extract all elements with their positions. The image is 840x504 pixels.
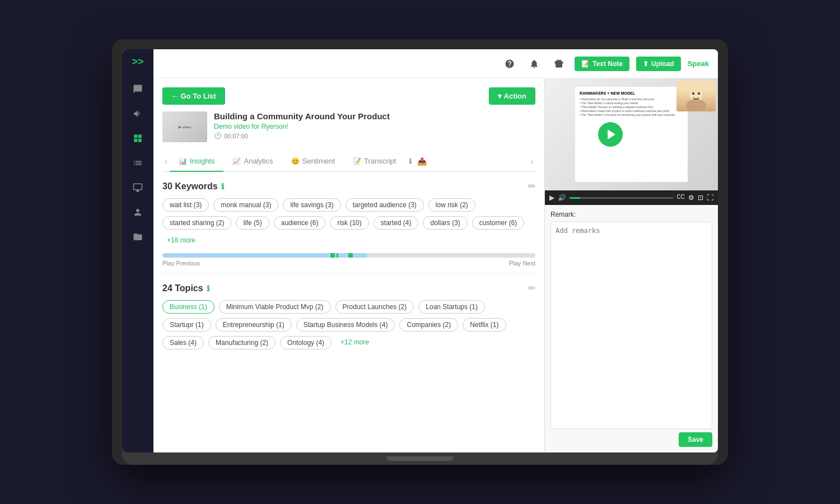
keyword-tag-started[interactable]: started (4) [374, 216, 419, 230]
video-play-button[interactable] [598, 122, 623, 147]
top-header: 📝 Text Note ⬆ Upload Speak [153, 49, 718, 78]
keyword-tag-lowrisk[interactable]: low risk (2) [428, 198, 475, 212]
keyword-tag-waitlist[interactable]: wait list (3) [162, 198, 209, 212]
sidebar-item-folder[interactable] [128, 227, 148, 247]
keywords-edit-icon[interactable]: ✏ [528, 181, 535, 192]
go-to-list-button[interactable]: ← Go To List [162, 87, 225, 105]
save-button[interactable]: Save [679, 432, 712, 447]
timeline-nav: Play Previous Play Next [162, 260, 535, 267]
video-player: RAINMAKERS = NEW MODEL • Rainmakers do n… [545, 78, 718, 190]
sidebar-item-chat[interactable] [128, 79, 148, 99]
video-progress-bar[interactable] [570, 197, 674, 199]
svg-point-3 [698, 92, 700, 95]
svg-point-2 [692, 92, 694, 95]
keyword-tag-audience[interactable]: audience (6) [274, 216, 326, 230]
video-thumbnail: RAINMAKERS = NEW MODEL • Rainmakers do n… [545, 78, 718, 190]
topic-tag-ontology[interactable]: Ontology (4) [280, 336, 332, 349]
bell-icon[interactable] [525, 55, 543, 73]
tab-sentiment[interactable]: 😊 Sentiment [282, 151, 344, 172]
text-note-button[interactable]: 📝 Text Note [575, 57, 629, 71]
tab-next-button[interactable]: › [528, 152, 535, 170]
topic-tag-companies[interactable]: Companies (2) [399, 318, 458, 332]
video-controls: ▶ 🔊 CC ⚙ ⊡ ⛶ [545, 190, 718, 205]
section-divider [162, 273, 535, 274]
topic-tag-business[interactable]: Business (1) [162, 300, 214, 314]
sidebar-item-user[interactable] [128, 202, 148, 222]
keywords-info-icon[interactable]: ℹ [221, 182, 224, 191]
video-title: Building a Community Around Your Product [214, 111, 390, 121]
keyword-tag-monkmanual[interactable]: monk manual (3) [213, 198, 278, 212]
svg-point-1 [686, 99, 706, 111]
presenter-thumbnail [676, 81, 716, 111]
topics-more-link[interactable]: +12 more [336, 336, 374, 349]
topic-tag-netflix[interactable]: Netflix (1) [463, 318, 506, 332]
sidebar-item-grid[interactable] [128, 128, 148, 148]
volume-control-button[interactable]: 🔊 [558, 194, 566, 202]
topics-info-icon[interactable]: ℹ [207, 284, 209, 293]
topics-section-header: 24 Topics ℹ ✏ [162, 283, 535, 293]
keywords-section-header: 30 Keywords ℹ ✏ [162, 181, 535, 192]
tab-transcript[interactable]: 📝 Transcript [344, 151, 405, 172]
video-subtitle: Demo video for Ryerson! [214, 123, 390, 130]
main-content: 📝 Text Note ⬆ Upload Speak ← [153, 49, 718, 452]
timeline-bar[interactable] [162, 253, 535, 258]
pip-button[interactable]: ⊡ [698, 194, 703, 202]
sidebar-item-list[interactable] [128, 153, 148, 173]
timeline-marker-1 [330, 253, 335, 258]
topic-tag-startupr[interactable]: Startupr (1) [162, 318, 211, 332]
slide-text-5: • The "New Model" is focused on connecti… [580, 113, 683, 117]
action-button[interactable]: ▾ Action [489, 87, 535, 105]
tabs-bar: ‹ 📊 Insights 📈 Analytics 😊 [162, 151, 535, 172]
topics-tags: Business (1) Minimum Viable Product Mvp … [162, 300, 535, 349]
gift-icon[interactable] [550, 55, 568, 73]
speak-button[interactable]: Speak [688, 59, 709, 68]
topics-edit-icon[interactable]: ✏ [528, 283, 535, 293]
keyword-tag-life[interactable]: life (5) [236, 216, 269, 230]
topic-tag-mvp[interactable]: Minimum Viable Product Mvp (2) [219, 300, 331, 314]
analytics-tab-icon: 📈 [232, 157, 241, 165]
fullscreen-button[interactable]: ⛶ [707, 194, 713, 202]
timeline-marker-2 [337, 253, 338, 258]
topic-tag-manufacturing[interactable]: Manufacturing (2) [208, 336, 276, 349]
share-icon[interactable]: 📤 [417, 157, 427, 166]
settings-control-button[interactable]: ⚙ [688, 194, 694, 202]
cc-button[interactable]: CC [677, 194, 685, 202]
topics-title: 24 Topics ℹ [162, 283, 209, 293]
play-next-button[interactable]: Play Next [509, 260, 535, 267]
keywords-more-link[interactable]: +18 more [162, 234, 200, 246]
topic-tag-entrepreneurship[interactable]: Entrepreneurship (1) [216, 318, 292, 332]
laptop-frame: >> [112, 39, 728, 465]
keyword-tag-lifesavings[interactable]: life savings (3) [283, 198, 340, 212]
keyword-tag-dollars[interactable]: dollars (3) [423, 216, 467, 230]
keyword-tag-targetedaudience[interactable]: targeted audience (3) [346, 198, 424, 212]
tab-insights[interactable]: 📊 Insights [170, 151, 224, 172]
play-pause-button[interactable]: ▶ [549, 194, 554, 202]
download-icon[interactable]: ⬇ [407, 157, 414, 166]
tab-actions: ⬇ 📤 [405, 152, 429, 170]
video-duration: 🕐 00:07:00 [214, 132, 390, 139]
sidebar-item-monitor[interactable] [128, 178, 148, 198]
sidebar-logo: >> [132, 56, 143, 68]
topic-tag-sales[interactable]: Sales (4) [162, 336, 204, 349]
sidebar-item-volume[interactable] [128, 104, 148, 124]
video-control-icons-right: CC ⚙ ⊡ ⛶ [677, 194, 713, 202]
remark-textarea[interactable] [550, 222, 712, 429]
tab-prev-button[interactable]: ‹ [162, 152, 170, 170]
keyword-tag-startedsharing[interactable]: started sharing (2) [162, 216, 231, 230]
keywords-title: 30 Keywords ℹ [162, 181, 224, 192]
upload-button[interactable]: ⬆ Upload [636, 57, 681, 71]
sentiment-tab-icon: 😊 [291, 157, 300, 165]
tab-analytics[interactable]: 📈 Analytics [223, 151, 282, 172]
topic-tag-startupmodels[interactable]: Startup Business Models (4) [296, 318, 395, 332]
topic-tag-loanstartups[interactable]: Loan Startups (1) [418, 300, 485, 314]
action-bar: ← Go To List ▾ Action [162, 87, 535, 105]
keyword-tag-customer[interactable]: customer (6) [472, 216, 524, 230]
slide-text-4: • Rainmakers create their product to sol… [580, 109, 683, 113]
laptop-screen: >> [122, 49, 718, 452]
topic-tag-productlaunches[interactable]: Product Launches (2) [335, 300, 414, 314]
clock-icon: 🕐 [214, 132, 222, 139]
help-icon[interactable] [501, 55, 519, 73]
play-previous-button[interactable]: Play Previous [162, 260, 200, 267]
keyword-tag-risk[interactable]: risk (10) [330, 216, 368, 230]
laptop-notch [386, 456, 454, 461]
